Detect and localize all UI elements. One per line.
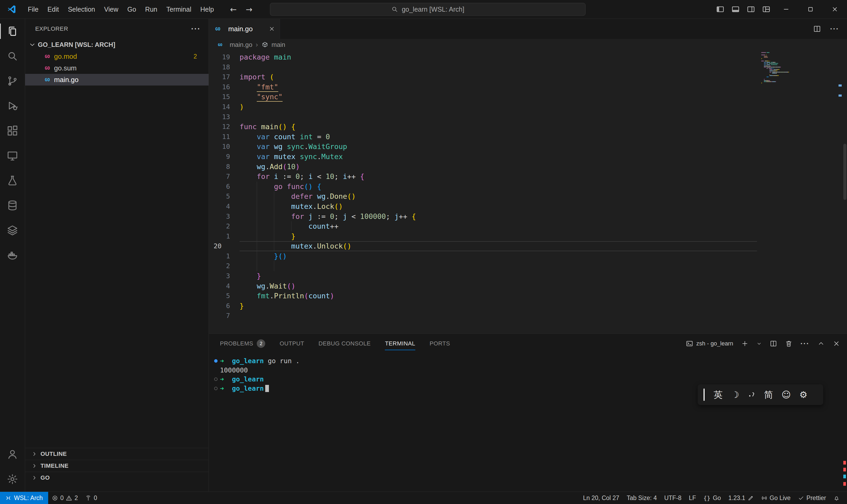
language-status[interactable]: {}Go <box>700 492 724 504</box>
code-line[interactable]: 12func main() { <box>209 122 847 132</box>
line-number[interactable]: 2 <box>209 261 239 271</box>
ime-language-toggle[interactable]: 英 <box>714 390 723 399</box>
file-go.mod[interactable]: GOgo.mod2 <box>25 51 209 62</box>
line-number[interactable]: 15 <box>209 92 239 102</box>
line-number[interactable]: 4 <box>209 281 239 291</box>
minimap[interactable] <box>761 52 832 100</box>
code-line[interactable]: 8 wg.Add(10) <box>209 162 847 172</box>
breadcrumb-file[interactable]: main.go <box>230 41 252 49</box>
accounts-icon[interactable] <box>0 442 25 467</box>
code-line[interactable]: 5 defer wg.Done() <box>209 192 847 201</box>
code-line[interactable]: 17import ( <box>209 72 847 82</box>
explorer-icon[interactable] <box>0 19 25 44</box>
editor-scrollbar[interactable] <box>843 144 846 200</box>
line-number[interactable]: 11 <box>209 132 239 142</box>
line-number[interactable]: 2 <box>209 221 239 231</box>
code-line[interactable]: 18 <box>209 62 847 72</box>
code-line[interactable]: 1 }() <box>209 251 847 261</box>
explorer-more-actions-icon[interactable]: ··· <box>191 24 201 33</box>
code-line[interactable]: 6 go func() { <box>209 182 847 192</box>
maximize-button[interactable] <box>798 0 823 19</box>
panel-tab-output[interactable]: OUTPUT <box>280 334 304 354</box>
line-number[interactable]: 1 <box>209 251 239 261</box>
settings-gear-icon[interactable] <box>0 467 25 491</box>
remote-explorer-icon[interactable] <box>0 143 25 168</box>
line-number[interactable]: 19 <box>209 52 239 62</box>
remote-indicator[interactable]: WSL: Arch <box>0 492 48 504</box>
go-version-status[interactable]: 1.23.1 <box>725 492 758 504</box>
line-number[interactable]: 3 <box>209 212 239 221</box>
menu-view[interactable]: View <box>100 0 123 19</box>
menu-go[interactable]: Go <box>123 0 141 19</box>
menu-edit[interactable]: Edit <box>43 0 63 19</box>
back-arrow-icon[interactable]: ← <box>230 5 237 14</box>
section-outline[interactable]: OUTLINE <box>25 448 209 460</box>
split-editor-icon[interactable] <box>813 25 821 33</box>
minimize-button[interactable] <box>774 0 798 19</box>
code-editor[interactable]: 19package main1817import (16 "fmt"15 "sy… <box>209 51 847 334</box>
panel-tab-terminal[interactable]: TERMINAL <box>385 334 415 354</box>
line-number[interactable]: 13 <box>209 112 239 122</box>
line-number[interactable]: 1 <box>209 231 239 241</box>
section-timeline[interactable]: TIMELINE <box>25 460 209 472</box>
encoding-status[interactable]: UTF-8 <box>661 492 685 504</box>
menu-file[interactable]: File <box>23 0 43 19</box>
explorer-root-folder[interactable]: GO_LEARN [WSL: ARCH] <box>25 39 209 51</box>
database-icon[interactable] <box>0 193 25 218</box>
go-live-button[interactable]: Go Live <box>758 492 794 504</box>
code-line[interactable]: 7 for i := 0; i < 10; i++ { <box>209 172 847 182</box>
line-number[interactable]: 7 <box>209 172 239 182</box>
code-line[interactable]: 14) <box>209 102 847 112</box>
menu-help[interactable]: Help <box>196 0 218 19</box>
file-main.go[interactable]: GOmain.go <box>25 74 209 86</box>
line-number[interactable]: 14 <box>209 102 239 112</box>
command-decoration-icon[interactable] <box>214 387 218 390</box>
code-line[interactable]: 20 mutex.Unlock() <box>209 241 847 251</box>
terminal-dropdown-icon[interactable] <box>756 341 762 346</box>
close-tab-icon[interactable] <box>269 26 275 32</box>
code-line[interactable]: 16 "fmt" <box>209 82 847 92</box>
editor-more-actions-icon[interactable]: ··· <box>830 24 839 33</box>
layers-icon[interactable] <box>0 218 25 243</box>
line-number[interactable]: 20 <box>209 241 239 251</box>
line-number[interactable]: 5 <box>209 192 239 201</box>
toggle-secondary-sidebar-icon[interactable] <box>743 0 759 19</box>
breadcrumb-symbol[interactable]: main <box>272 41 285 49</box>
code-line[interactable]: 3 for j := 0; j < 100000; j++ { <box>209 212 847 221</box>
command-decoration-icon[interactable] <box>214 377 218 381</box>
menu-selection[interactable]: Selection <box>63 0 100 19</box>
line-number[interactable]: 18 <box>209 62 239 72</box>
line-number[interactable]: 7 <box>209 311 239 321</box>
code-line[interactable]: 10 var wg sync.WaitGroup <box>209 142 847 152</box>
menu-terminal[interactable]: Terminal <box>162 0 196 19</box>
notifications-bell[interactable] <box>830 492 843 504</box>
customize-layout-icon[interactable] <box>759 0 774 19</box>
code-line[interactable]: 4 mutex.Lock() <box>209 201 847 212</box>
source-control-icon[interactable] <box>0 69 25 93</box>
ime-emoji-icon[interactable]: ☺ <box>781 390 791 399</box>
close-window-button[interactable] <box>823 0 847 19</box>
close-panel-icon[interactable] <box>833 340 840 347</box>
code-line[interactable]: 3 } <box>209 271 847 281</box>
code-line[interactable]: 1 } <box>209 231 847 241</box>
new-terminal-icon[interactable] <box>741 340 749 347</box>
command-center[interactable]: go_learn [WSL: Arch] <box>270 3 585 16</box>
menu-run[interactable]: Run <box>141 0 162 19</box>
code-line[interactable]: 4 wg.Wait() <box>209 281 847 291</box>
line-number[interactable]: 5 <box>209 291 239 301</box>
toggle-sidebar-icon[interactable] <box>713 0 728 19</box>
docker-icon[interactable] <box>0 243 25 268</box>
ime-simplified-chinese[interactable]: 简 <box>764 390 773 399</box>
terminal-instance[interactable]: zsh - go_learn <box>686 340 733 347</box>
ports-status[interactable]: 0 <box>82 492 101 504</box>
code-line[interactable]: 9 var mutex sync.Mutex <box>209 152 847 162</box>
code-line[interactable]: 11 var count int = 0 <box>209 132 847 142</box>
panel-more-actions-icon[interactable]: ··· <box>800 339 809 348</box>
file-go.sum[interactable]: GOgo.sum <box>25 62 209 74</box>
command-decoration-icon[interactable] <box>214 359 218 363</box>
split-terminal-icon[interactable] <box>770 340 777 347</box>
line-number[interactable]: 9 <box>209 152 239 162</box>
code-line[interactable]: 6} <box>209 301 847 311</box>
code-line[interactable]: 19package main <box>209 52 847 62</box>
run-debug-icon[interactable] <box>0 93 25 118</box>
